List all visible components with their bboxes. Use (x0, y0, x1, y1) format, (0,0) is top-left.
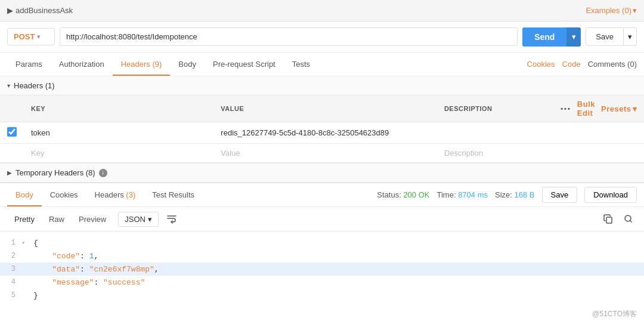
request-name: addBusinessAsk (16, 6, 73, 15)
code-area: 1 ▾ { 2 "code": 1, 3 "data": "cn2e6xf7w8… (0, 232, 644, 307)
copy-icon[interactable] (600, 211, 617, 227)
time-value: 8704 ms (458, 190, 488, 199)
examples-link[interactable]: Examples (0) ▾ (586, 6, 637, 15)
placeholder-actions-cell (553, 144, 644, 163)
status-value: 200 OK (403, 190, 429, 199)
comments-link[interactable]: Comments (0) (588, 60, 637, 69)
response-tab-headers[interactable]: Headers (3) (86, 184, 144, 206)
value-text: redis_12627749-5c5d-4180-8c8c-325054623d… (221, 128, 389, 137)
response-section: Body Cookies Headers (3) Test Results St… (0, 183, 644, 321)
watermark: @51CTO博客 (0, 307, 644, 321)
send-dropdown-button[interactable]: ▾ (566, 27, 581, 47)
code-line-1: 1 ▾ { (0, 236, 644, 249)
placeholder-value: Value (221, 149, 240, 158)
code-line-3: 3 "data": "cn2e6xf7w8mp", (0, 263, 644, 276)
format-tab-raw[interactable]: Raw (42, 212, 72, 227)
tab-headers[interactable]: Headers (9) (113, 54, 171, 76)
code-line-2: 2 "code": 1, (0, 249, 644, 263)
search-icon[interactable] (620, 211, 637, 227)
code-link[interactable]: Code (562, 60, 581, 69)
row-checkbox-cell[interactable] (0, 122, 24, 144)
response-tab-bar: Body Cookies Headers (3) Test Results St… (0, 183, 644, 207)
save-button[interactable]: Save (586, 27, 624, 46)
request-tab-bar: Params Authorization Headers (9) Body Pr… (0, 53, 644, 76)
col-value: VALUE (213, 95, 437, 122)
response-tabs: Body Cookies Headers (3) Test Results (7, 184, 203, 206)
tab-body[interactable]: Body (170, 54, 205, 76)
response-tab-cookies[interactable]: Cookies (42, 184, 86, 206)
temp-headers-title: Temporary Headers (8) (16, 168, 95, 177)
placeholder-value-cell[interactable]: Value (213, 144, 437, 163)
description-cell (437, 122, 553, 144)
wrap-icon[interactable] (163, 211, 180, 227)
tab-tests[interactable]: Tests (284, 54, 318, 76)
col-description: DESCRIPTION (437, 95, 553, 122)
format-bar: Pretty Raw Preview JSON ▾ (0, 207, 644, 232)
url-bar: POST ▾ Send ▾ Save ▾ (0, 21, 644, 53)
format-tab-pretty[interactable]: Pretty (7, 212, 42, 227)
save-response-button[interactable]: Save (542, 187, 578, 203)
top-bar: ▶ addBusinessAsk Examples (0) ▾ (0, 0, 644, 21)
format-tab-preview[interactable]: Preview (72, 212, 113, 227)
send-button-group: Send ▾ (522, 27, 581, 47)
key-cell: token (24, 122, 213, 144)
headers-section: ▾ Headers (1) KEY VALUE DESCRIPTION ••• … (0, 76, 644, 183)
send-button[interactable]: Send (522, 27, 566, 47)
status-label: Status: 200 OK (377, 190, 429, 199)
temp-headers-collapse-icon: ▶ (7, 169, 12, 176)
placeholder-description: Description (444, 149, 483, 158)
cookies-link[interactable]: Cookies (527, 60, 555, 69)
time-label: Time: 8704 ms (436, 190, 488, 199)
code-line-4: 4 "message": "success" (0, 276, 644, 289)
response-tab-test-results[interactable]: Test Results (144, 184, 203, 206)
response-tab-body[interactable]: Body (7, 184, 42, 206)
col-checkbox (0, 95, 24, 122)
headers-section-header[interactable]: ▾ Headers (1) (0, 76, 644, 95)
save-dropdown-button[interactable]: ▾ (624, 27, 637, 46)
response-meta: Status: 200 OK Time: 8704 ms Size: 168 B… (377, 187, 637, 203)
request-tabs: Params Authorization Headers (9) Body Pr… (7, 54, 318, 75)
col-key: KEY (24, 95, 213, 122)
method-select[interactable]: POST ▾ (7, 28, 55, 45)
headers-table: KEY VALUE DESCRIPTION ••• Bulk Edit Pres… (0, 95, 644, 163)
placeholder-key-cell[interactable]: Key (24, 144, 213, 163)
placeholder-key: Key (31, 149, 44, 158)
col-actions: ••• Bulk Edit Presets ▾ (553, 95, 644, 122)
info-icon[interactable]: i (99, 169, 107, 177)
size-label: Size: 168 B (495, 190, 535, 199)
format-label: JSON (125, 215, 145, 224)
more-options-icon[interactable]: ••• (561, 105, 571, 112)
save-button-group: Save ▾ (586, 27, 637, 46)
placeholder-description-cell[interactable]: Description (437, 144, 553, 163)
value-cell: redis_12627749-5c5d-4180-8c8c-325054623d… (213, 122, 437, 144)
table-row: token redis_12627749-5c5d-4180-8c8c-3250… (0, 122, 644, 144)
request-title: ▶ addBusinessAsk (7, 6, 73, 15)
tab-prerequest[interactable]: Pre-request Script (205, 54, 284, 76)
headers-collapse-icon: ▾ (7, 82, 10, 89)
row-checkbox[interactable] (7, 127, 17, 137)
format-actions (600, 211, 637, 227)
tab-authorization[interactable]: Authorization (51, 54, 113, 76)
tab-actions: Cookies Code Comments (0) (527, 60, 637, 69)
method-chevron-icon: ▾ (37, 33, 40, 40)
headers-section-title: Headers (1) (14, 81, 55, 90)
table-row-placeholder: Key Value Description (0, 144, 644, 163)
svg-rect-0 (606, 217, 612, 223)
size-value: 168 B (515, 190, 535, 199)
bulk-edit-link[interactable]: Bulk Edit (577, 100, 595, 118)
code-line-5: 5 } (0, 289, 644, 302)
download-button[interactable]: Download (584, 187, 637, 203)
collapse-arrow[interactable]: ▶ (7, 6, 13, 15)
format-tabs: Pretty Raw Preview (7, 212, 113, 227)
format-select[interactable]: JSON ▾ (118, 212, 159, 227)
key-value: token (31, 128, 50, 137)
tab-params[interactable]: Params (7, 54, 51, 76)
method-label: POST (14, 32, 35, 41)
chevron-down-icon: ▾ (633, 6, 637, 15)
temp-headers-section[interactable]: ▶ Temporary Headers (8) i (0, 163, 644, 183)
actions-cell (553, 122, 644, 144)
placeholder-checkbox-cell (0, 144, 24, 163)
presets-chevron-icon: ▾ (633, 104, 637, 113)
presets-link[interactable]: Presets ▾ (601, 104, 637, 113)
url-input[interactable] (60, 27, 518, 46)
